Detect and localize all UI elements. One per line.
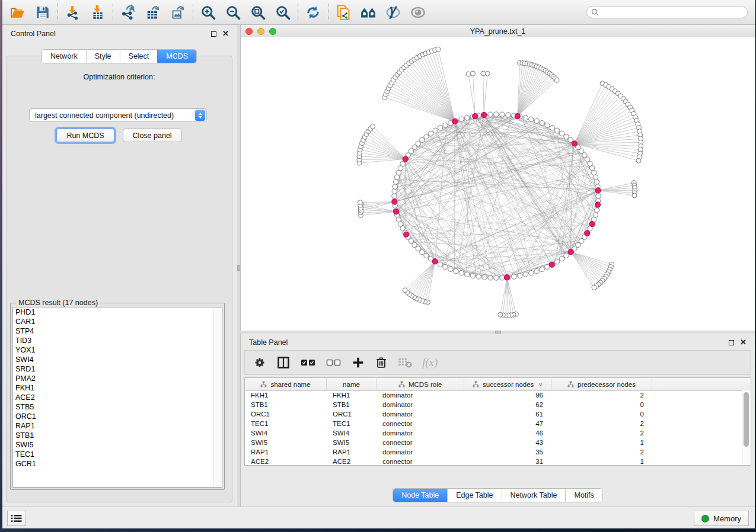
list-item[interactable]: YOX1 [13, 345, 222, 355]
tab-mcds[interactable]: MCDS [157, 50, 196, 63]
list-item[interactable]: PMA2 [13, 374, 222, 383]
column-header-name[interactable]: name [327, 378, 377, 390]
show-all-icon[interactable] [410, 4, 426, 21]
table-cell: 0 [551, 401, 652, 408]
table-cell: 2 [551, 448, 652, 456]
memory-button[interactable]: Memory [694, 511, 749, 526]
table-row[interactable]: STB1STB1dominator620 [245, 400, 742, 409]
tab-style[interactable]: Style [86, 50, 120, 63]
select-all-rows-icon[interactable] [301, 357, 316, 368]
scrollbar-thumb[interactable] [744, 392, 749, 447]
table-body[interactable]: FKH1FKH1dominator962STB1STB1dominator620… [245, 390, 742, 465]
table-cell: 2 [551, 420, 652, 427]
table-cell: 43 [464, 439, 551, 446]
network-canvas[interactable] [241, 37, 755, 331]
attribute-type-icon [398, 381, 405, 387]
first-neighbors-icon[interactable] [360, 4, 377, 21]
optimization-criterion-label: Optimization criterion: [7, 73, 232, 81]
list-item[interactable]: FKH1 [13, 383, 222, 393]
table-row[interactable]: FKH1FKH1dominator962 [245, 390, 742, 400]
float-panel-icon[interactable] [211, 31, 216, 37]
delete-icon[interactable] [375, 356, 388, 369]
toolbar-separator [58, 4, 58, 21]
delete-table-icon[interactable] [398, 357, 412, 368]
table-cell: TEC1 [245, 420, 327, 427]
optimization-criterion-select[interactable]: largest connected component (undirected) [29, 108, 207, 122]
table-row[interactable]: RAP1RAP1dominator352 [245, 447, 742, 457]
add-icon[interactable] [352, 356, 365, 369]
list-item[interactable]: TID3 [13, 336, 222, 345]
zoom-selected-icon[interactable] [275, 4, 291, 21]
table-row[interactable]: ACE2ACE2connector311 [245, 457, 742, 465]
list-item[interactable]: GCR1 [13, 459, 222, 469]
list-item[interactable]: SWI5 [13, 440, 222, 450]
select-stepper-icon [195, 110, 205, 121]
column-header-successor-nodes[interactable]: successor nodes ∨ [464, 378, 551, 390]
network-window-titlebar[interactable]: YPA_prune.txt_1 [241, 25, 755, 38]
close-panel-icon[interactable]: ✕ [222, 31, 229, 37]
table-row[interactable]: ORC1ORC1dominator610 [245, 409, 742, 419]
network-view-window: YPA_prune.txt_1 [240, 25, 755, 331]
apply-layout-icon[interactable] [305, 4, 321, 21]
column-header-mcds-role[interactable]: MCDS role [377, 378, 464, 390]
network-window-title: YPA_prune.txt_1 [241, 27, 755, 36]
table-cell: 31 [464, 458, 551, 465]
list-item[interactable]: TEC1 [13, 450, 222, 459]
tab-select[interactable]: Select [120, 50, 158, 63]
deselect-all-rows-icon[interactable] [326, 357, 342, 368]
zoom-out-icon[interactable] [225, 4, 241, 21]
export-table-icon[interactable] [145, 4, 161, 21]
tab-motifs[interactable]: Motifs [565, 489, 602, 502]
settings-gear-icon[interactable] [253, 356, 266, 369]
float-panel-icon[interactable] [729, 340, 734, 345]
show-log-button[interactable] [7, 511, 26, 526]
show-columns-icon[interactable] [276, 355, 291, 370]
search-input[interactable] [586, 6, 748, 18]
list-item[interactable]: SRD1 [13, 364, 222, 374]
attribute-type-icon [260, 381, 267, 387]
close-panel-button[interactable]: Close panel [123, 129, 182, 142]
mcds-list-scrollbar[interactable] [213, 307, 222, 487]
open-file-icon[interactable] [9, 4, 26, 21]
table-row[interactable]: SWI4SWI4dominator462 [245, 428, 742, 438]
list-item[interactable]: PHD1 [13, 307, 222, 317]
column-header-predecessor-nodes[interactable]: predecessor nodes [551, 378, 652, 390]
tab-network[interactable]: Network [42, 50, 86, 63]
zoom-in-icon[interactable] [200, 4, 216, 21]
table-cell: SWI5 [327, 439, 377, 446]
table-row[interactable]: TEC1TEC1connector472 [245, 419, 742, 428]
mcds-result-list[interactable]: PHD1CAR1STP4TID3YOX1SWI4SRD1PMA2FKH1ACE2… [12, 307, 222, 488]
save-session-icon[interactable] [34, 4, 51, 21]
list-item[interactable]: ORC1 [13, 412, 222, 421]
import-network-icon[interactable] [65, 4, 81, 21]
export-image-icon[interactable] [170, 4, 186, 21]
list-icon [11, 514, 22, 523]
network-graph[interactable] [241, 37, 755, 331]
zoom-fit-icon[interactable] [250, 4, 266, 21]
run-mcds-button[interactable]: Run MCDS [56, 129, 114, 142]
export-network-icon[interactable] [120, 4, 136, 21]
node-table: shared name name MCDS role successor nod… [244, 377, 751, 466]
close-panel-icon[interactable]: ✕ [740, 339, 747, 345]
hide-selected-icon[interactable] [385, 4, 401, 21]
table-tabs: Node Table Edge Table Network Table Moti… [241, 488, 755, 502]
table-scrollbar[interactable] [742, 390, 751, 465]
list-item[interactable]: STP4 [13, 326, 222, 336]
clone-network-icon[interactable] [335, 4, 352, 21]
list-item[interactable]: STB5 [13, 402, 222, 412]
table-cell: SWI4 [245, 430, 327, 437]
list-item[interactable]: RAP1 [13, 421, 222, 431]
column-header-shared-name[interactable]: shared name [245, 378, 327, 390]
table-row[interactable]: SWI5SWI5connector431 [245, 438, 742, 447]
list-item[interactable]: CAR1 [13, 317, 222, 326]
list-item[interactable]: STB1 [13, 431, 222, 440]
function-builder-icon[interactable]: f(x) [422, 356, 438, 369]
list-item[interactable]: SWI4 [13, 355, 222, 364]
import-table-icon[interactable] [90, 4, 106, 21]
toolbar-separator [113, 4, 113, 21]
tab-network-table[interactable]: Network Table [502, 489, 566, 502]
search-field[interactable] [602, 8, 743, 17]
tab-edge-table[interactable]: Edge Table [447, 489, 501, 502]
tab-node-table[interactable]: Node Table [393, 489, 447, 502]
list-item[interactable]: ACE2 [13, 393, 222, 402]
